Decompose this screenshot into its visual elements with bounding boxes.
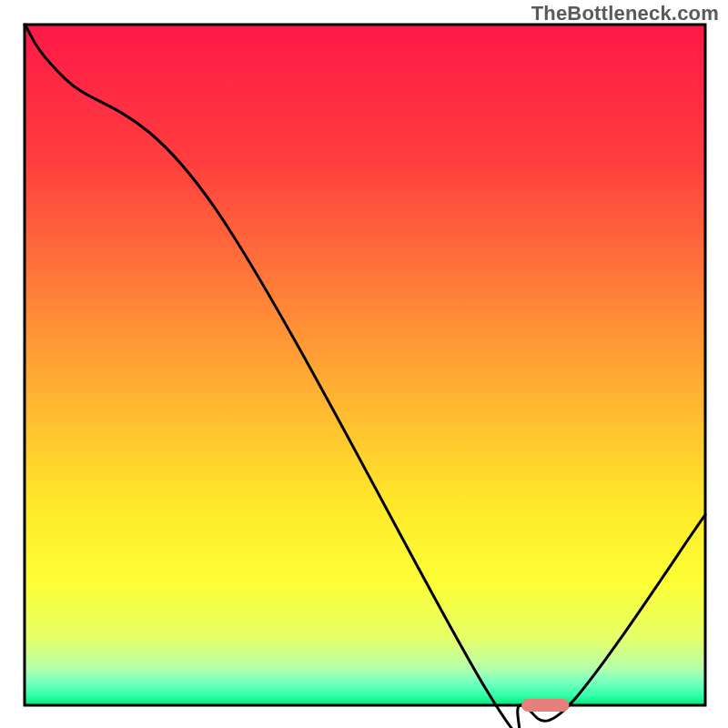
optimal-marker [521,699,569,712]
plot-background [25,25,705,705]
bottleneck-chart [0,0,728,728]
watermark-text: TheBottleneck.com [531,2,719,25]
